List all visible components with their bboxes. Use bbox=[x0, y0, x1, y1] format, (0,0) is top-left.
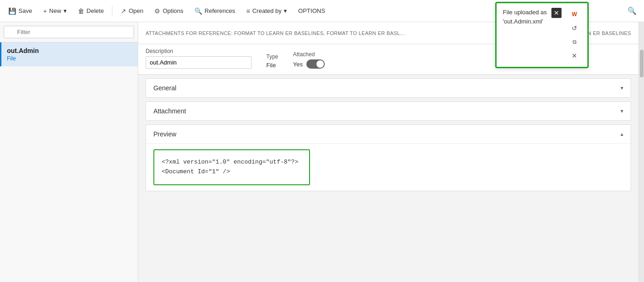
options-label: Options bbox=[163, 7, 183, 14]
attached-label: Attached bbox=[293, 51, 325, 58]
filter-wrapper: 🔍 bbox=[4, 26, 134, 38]
attached-value: Yes bbox=[293, 61, 303, 68]
toolbar-separator-1 bbox=[112, 6, 112, 17]
delete-button[interactable]: 🗑 Delete bbox=[73, 5, 109, 18]
filter-bar: 🔍 bbox=[0, 22, 138, 42]
breadcrumb: ATTACHMENTS FOR REFERENCE: FORMAT TO LEA… bbox=[146, 30, 405, 36]
delete-label: Delete bbox=[87, 7, 104, 14]
sections: General ▾ Attachment ▾ Preview ▴ bbox=[138, 75, 638, 282]
type-value: File bbox=[266, 62, 278, 69]
new-label: New bbox=[49, 7, 61, 14]
general-section-header[interactable]: General ▾ bbox=[146, 79, 631, 97]
description-field: Description bbox=[146, 48, 252, 69]
window-controls: W ↺ ⧉ ✕ bbox=[568, 8, 581, 62]
preview-section-body: <?xml version="1.0" encoding="utf-8"?> <… bbox=[146, 143, 631, 191]
created-by-label: Created by bbox=[252, 7, 282, 14]
sidebar-item-out-admin[interactable]: out.Admin File bbox=[0, 42, 138, 66]
code-preview: <?xml version="1.0" encoding="utf-8"?> <… bbox=[153, 149, 310, 185]
open-button[interactable]: ↗ Open bbox=[116, 5, 148, 18]
created-by-chevron-icon: ▾ bbox=[284, 7, 287, 14]
references-icon: 🔍 bbox=[194, 7, 202, 15]
new-button[interactable]: + New ▾ bbox=[39, 5, 71, 18]
description-input[interactable] bbox=[146, 56, 252, 69]
notification-text: File uploaded as 'out.Admin.xml' bbox=[503, 8, 547, 26]
general-chevron-icon: ▾ bbox=[621, 85, 623, 91]
notification-line2: 'out.Admin.xml' bbox=[503, 17, 547, 26]
preview-section-header[interactable]: Preview ▴ bbox=[146, 125, 631, 143]
open-icon: ↗ bbox=[121, 7, 126, 15]
new-icon: + bbox=[43, 7, 47, 15]
scrollbar-track[interactable] bbox=[638, 22, 644, 282]
open-label: Open bbox=[129, 7, 143, 14]
type-label: Type bbox=[266, 53, 278, 60]
toolbar-right: 🔍 bbox=[624, 4, 640, 18]
references-button[interactable]: 🔍 References bbox=[190, 5, 240, 18]
preview-section: Preview ▴ <?xml version="1.0" encoding="… bbox=[146, 124, 631, 191]
created-by-button[interactable]: ≡ Created by ▾ bbox=[242, 5, 292, 18]
attachment-section: Attachment ▾ bbox=[146, 101, 631, 121]
attachment-chevron-icon: ▾ bbox=[621, 108, 623, 114]
options-icon: ⚙ bbox=[154, 7, 160, 15]
new-chevron-icon: ▾ bbox=[64, 7, 67, 14]
options-caps-button[interactable]: OPTIONS bbox=[293, 5, 330, 17]
attached-field: Attached Yes bbox=[293, 51, 325, 69]
toolbar-search-button[interactable]: 🔍 bbox=[624, 4, 640, 18]
preview-chevron-icon: ▴ bbox=[621, 131, 623, 137]
code-line-2: <Document Id="1" /> bbox=[162, 167, 302, 177]
options-button[interactable]: ⚙ Options bbox=[150, 5, 188, 18]
description-label: Description bbox=[146, 48, 252, 54]
filter-icon: ≡ bbox=[246, 7, 250, 15]
notification-close-button[interactable]: ✕ bbox=[551, 8, 562, 18]
close-button[interactable]: ✕ bbox=[568, 49, 581, 62]
attachment-section-header[interactable]: Attachment ▾ bbox=[146, 102, 631, 120]
save-icon: 💾 bbox=[8, 7, 16, 15]
save-label: Save bbox=[18, 7, 32, 14]
attached-toggle-container: Yes bbox=[293, 59, 325, 69]
scrollbar-thumb[interactable] bbox=[640, 50, 644, 77]
office-icon-button[interactable]: W bbox=[568, 8, 581, 21]
references-label: References bbox=[205, 7, 235, 14]
notification-line1: File uploaded as bbox=[503, 8, 547, 17]
general-section: General ▾ bbox=[146, 78, 631, 98]
toolbar-search-icon: 🔍 bbox=[627, 7, 637, 15]
general-section-label: General bbox=[153, 84, 176, 92]
options-caps-label: OPTIONS bbox=[298, 7, 325, 14]
filter-input[interactable] bbox=[4, 26, 134, 38]
restore-button[interactable]: ⧉ bbox=[568, 35, 581, 48]
sidebar: 🔍 out.Admin File bbox=[0, 22, 138, 282]
attachment-section-label: Attachment bbox=[153, 107, 186, 115]
notification-popup: File uploaded as 'out.Admin.xml' ✕ W ↺ ⧉… bbox=[495, 2, 589, 68]
delete-icon: 🗑 bbox=[78, 7, 84, 15]
attached-toggle[interactable] bbox=[306, 59, 325, 69]
refresh-button[interactable]: ↺ bbox=[568, 22, 581, 35]
sidebar-item-name: out.Admin bbox=[7, 47, 132, 54]
save-button[interactable]: 💾 Save bbox=[4, 5, 37, 18]
type-field: Type File bbox=[266, 53, 278, 69]
code-line-1: <?xml version="1.0" encoding="utf-8"?> bbox=[162, 158, 302, 167]
sidebar-item-type: File bbox=[7, 55, 132, 62]
preview-section-label: Preview bbox=[153, 130, 176, 138]
